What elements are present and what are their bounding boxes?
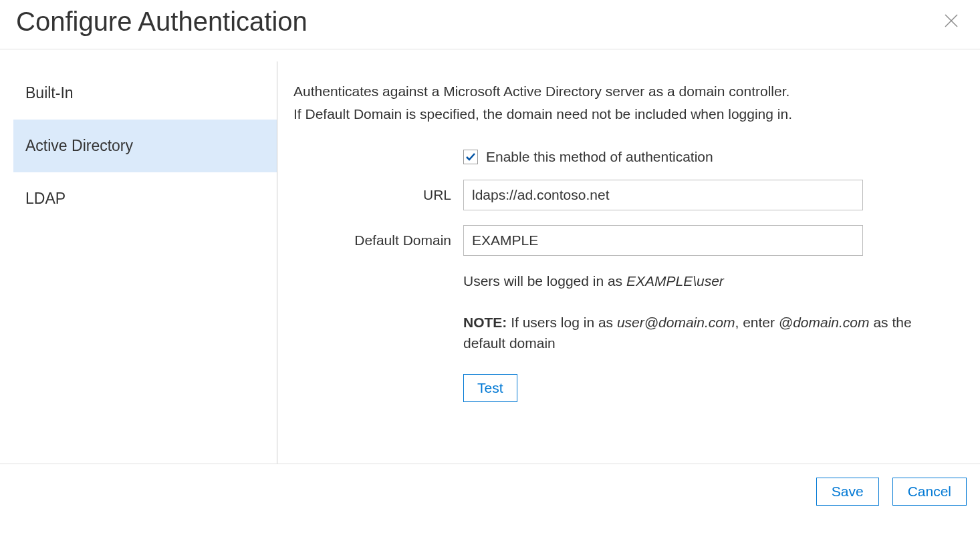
- sidebar: Built-In Active Directory LDAP: [0, 61, 277, 464]
- note-example-1: user@domain.com: [617, 315, 735, 330]
- sidebar-item-label: Active Directory: [25, 137, 133, 154]
- content-panel: Authenticates against a Microsoft Active…: [277, 61, 980, 464]
- enable-label: Enable this method of authentication: [486, 149, 713, 165]
- save-button[interactable]: Save: [816, 478, 879, 506]
- enable-row: Enable this method of authentication: [293, 149, 951, 165]
- default-domain-input[interactable]: [463, 225, 863, 256]
- check-icon: [465, 152, 476, 162]
- sidebar-item-label: Built-In: [25, 84, 74, 102]
- dialog-footer: Save Cancel: [0, 464, 980, 519]
- description-line-2: If Default Domain is specified, the doma…: [293, 103, 951, 126]
- note-text: NOTE: If users log in as user@domain.com…: [463, 312, 945, 354]
- default-domain-label: Default Domain: [293, 232, 463, 248]
- sidebar-item-built-in[interactable]: Built-In: [13, 67, 277, 120]
- default-domain-row: Default Domain: [293, 225, 951, 256]
- enable-checkbox[interactable]: [463, 150, 478, 164]
- cancel-button[interactable]: Cancel: [892, 478, 967, 506]
- note-example-2: @domain.com: [779, 315, 870, 330]
- close-icon[interactable]: [939, 10, 964, 34]
- sidebar-item-active-directory[interactable]: Active Directory: [13, 120, 277, 172]
- description-line-1: Authenticates against a Microsoft Active…: [293, 80, 951, 103]
- test-button-wrap: Test: [463, 374, 951, 402]
- url-input[interactable]: [463, 180, 863, 210]
- dialog-body: Built-In Active Directory LDAP Authentic…: [0, 49, 980, 464]
- url-label: URL: [293, 187, 463, 203]
- note-segment-2: , enter: [735, 315, 778, 330]
- helper-prefix: Users will be logged in as: [463, 273, 626, 289]
- sidebar-item-ldap[interactable]: LDAP: [13, 172, 277, 225]
- dialog-header: Configure Authentication: [0, 0, 980, 49]
- sidebar-item-label: LDAP: [25, 190, 66, 207]
- url-row: URL: [293, 180, 951, 210]
- helper-example: EXAMPLE\user: [626, 273, 724, 289]
- test-button[interactable]: Test: [463, 374, 517, 402]
- enable-checkbox-wrap: Enable this method of authentication: [463, 149, 713, 165]
- note-label: NOTE:: [463, 315, 507, 330]
- description-text: Authenticates against a Microsoft Active…: [293, 80, 951, 125]
- note-segment-1: If users log in as: [507, 315, 617, 330]
- login-helper-text: Users will be logged in as EXAMPLE\user: [463, 271, 951, 292]
- dialog-title: Configure Authentication: [16, 7, 308, 37]
